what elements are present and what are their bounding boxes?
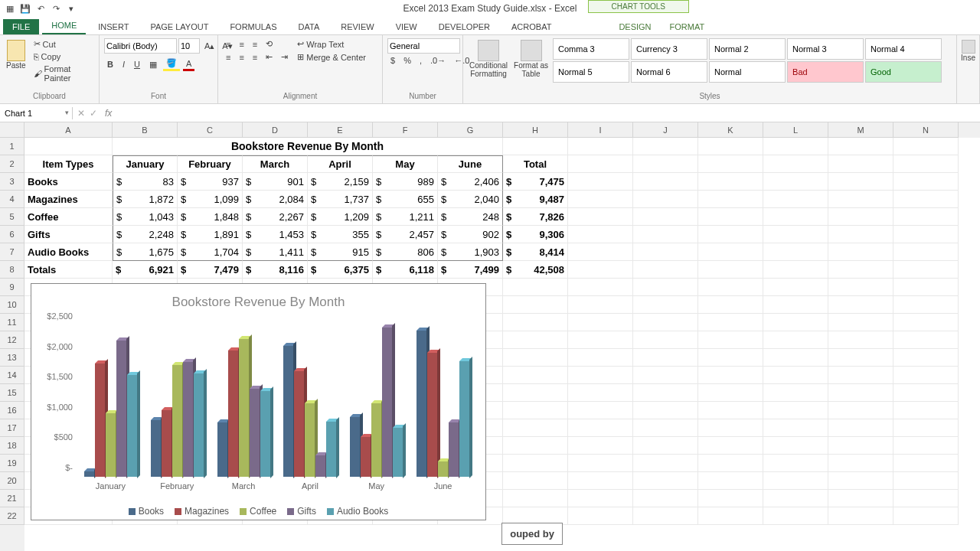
- cell[interactable]: $7,475: [503, 173, 568, 191]
- tab-review[interactable]: REVIEW: [332, 19, 383, 34]
- cell[interactable]: [503, 314, 568, 331]
- cell[interactable]: $7,826: [503, 208, 568, 226]
- row-header[interactable]: 4: [0, 191, 24, 208]
- column-header[interactable]: A: [24, 122, 113, 138]
- cell[interactable]: [698, 507, 763, 525]
- cell[interactable]: [763, 419, 828, 437]
- cell[interactable]: [568, 437, 633, 455]
- cell[interactable]: [828, 155, 893, 173]
- column-header[interactable]: M: [828, 122, 893, 138]
- cell[interactable]: [828, 349, 893, 367]
- style-normal5[interactable]: Normal 5: [553, 61, 629, 83]
- row-header[interactable]: 12: [0, 331, 24, 349]
- orientation-icon[interactable]: ⟲: [263, 38, 276, 50]
- bar[interactable]: [382, 328, 392, 477]
- row-header[interactable]: 6: [0, 226, 24, 243]
- legend-item[interactable]: Audio Books: [327, 506, 388, 517]
- tab-view[interactable]: VIEW: [387, 19, 426, 34]
- cell[interactable]: [698, 349, 763, 367]
- style-currency3[interactable]: Currency 3: [631, 38, 707, 60]
- cell[interactable]: $2,457: [373, 226, 438, 243]
- tab-insert[interactable]: INSERT: [89, 19, 138, 34]
- cell[interactable]: $9,306: [503, 226, 568, 243]
- cell[interactable]: Item Types: [24, 155, 113, 173]
- cell[interactable]: [828, 314, 893, 331]
- cell[interactable]: [763, 279, 828, 296]
- cell[interactable]: [698, 208, 763, 226]
- conditional-formatting-button[interactable]: Conditional Formatting: [468, 38, 509, 80]
- cell[interactable]: [828, 226, 893, 243]
- cell[interactable]: [828, 296, 893, 314]
- cell[interactable]: Audio Books: [24, 243, 113, 261]
- cell[interactable]: $1,872: [113, 191, 178, 208]
- cell[interactable]: [893, 437, 959, 455]
- column-header[interactable]: E: [308, 122, 373, 138]
- cell[interactable]: [698, 419, 763, 437]
- cell[interactable]: [893, 279, 959, 296]
- cell[interactable]: [568, 155, 633, 173]
- cell[interactable]: $1,211: [373, 208, 438, 226]
- tab-formulas[interactable]: FORMULAS: [220, 19, 286, 34]
- cell[interactable]: [568, 455, 633, 472]
- fx-icon[interactable]: fx: [102, 108, 115, 119]
- cell[interactable]: [633, 296, 698, 314]
- bar[interactable]: [116, 341, 126, 477]
- bar[interactable]: [106, 413, 116, 477]
- cell[interactable]: $1,453: [243, 226, 308, 243]
- tab-data[interactable]: DATA: [289, 19, 329, 34]
- cell[interactable]: [633, 490, 698, 507]
- align-right-icon[interactable]: ≡: [250, 51, 260, 63]
- wrap-text-button[interactable]: ↩Wrap Text: [294, 38, 369, 50]
- cell[interactable]: [763, 490, 828, 507]
- row-header[interactable]: 20: [0, 472, 24, 490]
- font-color-button[interactable]: A: [183, 57, 194, 71]
- cell[interactable]: [698, 331, 763, 349]
- bar[interactable]: [172, 365, 182, 477]
- bar[interactable]: [250, 389, 260, 477]
- cell[interactable]: [568, 314, 633, 331]
- cell[interactable]: February: [178, 155, 243, 173]
- column-header[interactable]: I: [568, 122, 633, 138]
- number-format-select[interactable]: [387, 38, 460, 54]
- bar-group[interactable]: [77, 325, 144, 477]
- row-header[interactable]: 21: [0, 490, 24, 507]
- cell[interactable]: [633, 402, 698, 419]
- tab-home[interactable]: HOME: [42, 18, 86, 34]
- cell[interactable]: [568, 402, 633, 419]
- cell[interactable]: June: [438, 155, 503, 173]
- cell[interactable]: $1,209: [308, 208, 373, 226]
- cell[interactable]: [698, 314, 763, 331]
- cell[interactable]: $937: [178, 173, 243, 191]
- accounting-format-icon[interactable]: $: [387, 55, 398, 66]
- tab-format[interactable]: FORMAT: [661, 19, 714, 34]
- bar[interactable]: [84, 471, 94, 477]
- cell[interactable]: [763, 507, 828, 525]
- cell[interactable]: $655: [373, 191, 438, 208]
- cell[interactable]: [828, 402, 893, 419]
- cell[interactable]: [893, 507, 959, 525]
- paste-button[interactable]: Paste: [5, 38, 28, 71]
- cell[interactable]: [698, 261, 763, 279]
- cell[interactable]: $806: [373, 243, 438, 261]
- bar-group[interactable]: [343, 325, 410, 477]
- cell[interactable]: [698, 490, 763, 507]
- cell[interactable]: [828, 455, 893, 472]
- cell[interactable]: [893, 490, 959, 507]
- decrease-indent-icon[interactable]: ⇤: [263, 51, 276, 63]
- bar[interactable]: [438, 461, 448, 477]
- column-header[interactable]: B: [113, 122, 178, 138]
- cell[interactable]: [763, 367, 828, 384]
- style-normal2[interactable]: Normal 2: [709, 38, 786, 60]
- cell[interactable]: [568, 331, 633, 349]
- bar[interactable]: [151, 420, 161, 477]
- cell[interactable]: [763, 191, 828, 208]
- cell[interactable]: $1,675: [113, 243, 178, 261]
- style-comma3[interactable]: Comma 3: [553, 38, 629, 60]
- cell[interactable]: [828, 419, 893, 437]
- cell[interactable]: Bookstore Revenue By Month: [113, 138, 503, 155]
- chart-legend[interactable]: BooksMagazinesCoffeeGiftsAudio Books: [31, 506, 485, 517]
- cell[interactable]: [828, 367, 893, 384]
- cell[interactable]: [828, 208, 893, 226]
- cell[interactable]: [698, 402, 763, 419]
- increase-decimal-icon[interactable]: .0→: [427, 55, 449, 66]
